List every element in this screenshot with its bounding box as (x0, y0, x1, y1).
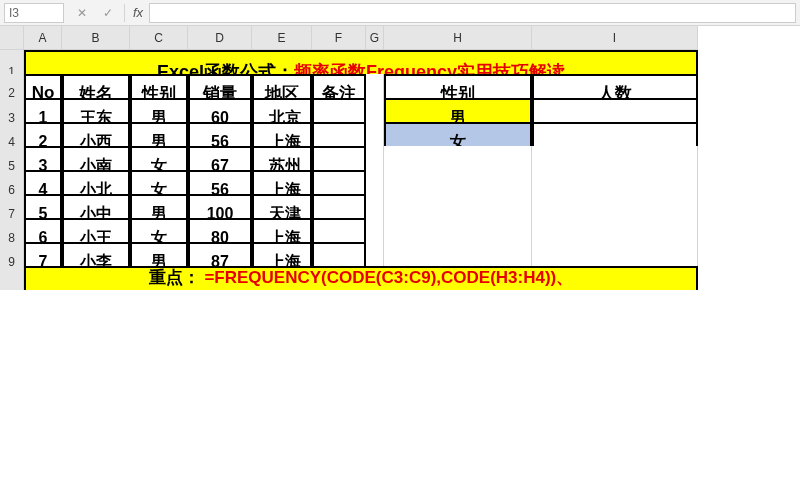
col-header-c[interactable]: C (130, 26, 188, 50)
footer-prefix: 重点： (149, 268, 200, 287)
confirm-icon: ✓ (96, 2, 120, 24)
col-header-d[interactable]: D (188, 26, 252, 50)
footer-formula-text: =FREQUENCY(CODE(C3:C9),CODE(H3:H4))、 (204, 268, 573, 287)
col-header-h[interactable]: H (384, 26, 532, 50)
col-header-f[interactable]: F (312, 26, 366, 50)
col-header-g[interactable]: G (366, 26, 384, 50)
row-header-10[interactable] (0, 266, 24, 290)
select-all-corner[interactable] (0, 26, 24, 50)
separator (124, 4, 125, 22)
col-header-i[interactable]: I (532, 26, 698, 50)
cancel-icon: ✕ (70, 2, 94, 24)
name-box[interactable]: I3 (4, 3, 64, 23)
footer-line2: Ctrl+Shift+Enter (296, 288, 426, 290)
formula-input[interactable] (149, 3, 796, 23)
col-header-e[interactable]: E (252, 26, 312, 50)
spreadsheet-grid: A B C D E F G H I 1 Excel函数公式： 频率函数Frequ… (0, 26, 800, 290)
fx-icon[interactable]: fx (129, 5, 147, 20)
formula-bar: I3 ✕ ✓ fx (0, 0, 800, 26)
footer-formula[interactable]: 重点： =FREQUENCY(CODE(C3:C9),CODE(H3:H4))、… (24, 266, 698, 290)
col-header-a[interactable]: A (24, 26, 62, 50)
col-header-b[interactable]: B (62, 26, 130, 50)
